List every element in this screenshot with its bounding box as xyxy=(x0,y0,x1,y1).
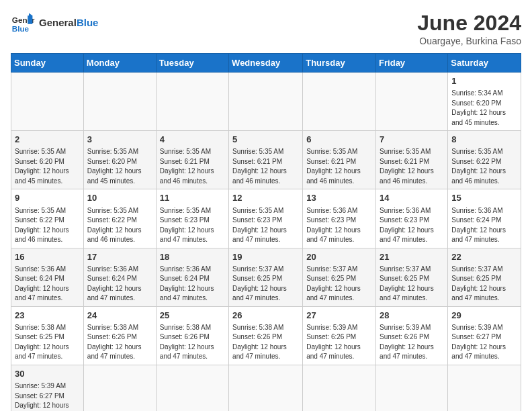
day-info: Sunrise: 5:37 AM Sunset: 6:25 PM Dayligh… xyxy=(232,265,299,304)
day-info: Sunrise: 5:35 AM Sunset: 6:23 PM Dayligh… xyxy=(160,206,225,245)
day-number: 26 xyxy=(232,310,299,322)
day-info: Sunrise: 5:36 AM Sunset: 6:24 PM Dayligh… xyxy=(451,206,517,245)
logo-icon: General Blue xyxy=(11,11,35,35)
calendar-cell: 29Sunrise: 5:39 AM Sunset: 6:27 PM Dayli… xyxy=(448,306,521,365)
calendar-cell: 23Sunrise: 5:38 AM Sunset: 6:25 PM Dayli… xyxy=(11,306,84,365)
day-number: 7 xyxy=(380,134,444,146)
col-header-wednesday: Wednesday xyxy=(229,54,303,73)
day-number: 10 xyxy=(87,192,152,204)
day-info: Sunrise: 5:35 AM Sunset: 6:21 PM Dayligh… xyxy=(306,147,372,186)
day-info: Sunrise: 5:39 AM Sunset: 6:27 PM Dayligh… xyxy=(15,381,80,411)
calendar-cell xyxy=(303,73,376,131)
calendar-cell: 27Sunrise: 5:39 AM Sunset: 6:26 PM Dayli… xyxy=(303,306,376,365)
calendar-cell: 9Sunrise: 5:35 AM Sunset: 6:22 PM Daylig… xyxy=(11,189,84,248)
day-info: Sunrise: 5:38 AM Sunset: 6:26 PM Dayligh… xyxy=(160,323,225,362)
calendar-cell: 11Sunrise: 5:35 AM Sunset: 6:23 PM Dayli… xyxy=(156,189,228,248)
calendar-cell xyxy=(229,73,303,131)
day-number: 20 xyxy=(306,251,372,263)
calendar-week-row: 2Sunrise: 5:35 AM Sunset: 6:20 PM Daylig… xyxy=(11,131,521,189)
month-title: June 2024 xyxy=(417,11,521,36)
calendar-cell: 24Sunrise: 5:38 AM Sunset: 6:26 PM Dayli… xyxy=(83,306,156,365)
calendar-cell: 19Sunrise: 5:37 AM Sunset: 6:25 PM Dayli… xyxy=(229,248,303,306)
calendar-week-row: 23Sunrise: 5:38 AM Sunset: 6:25 PM Dayli… xyxy=(11,306,521,365)
location-subtitle: Ouargaye, Burkina Faso xyxy=(417,36,521,46)
day-info: Sunrise: 5:35 AM Sunset: 6:23 PM Dayligh… xyxy=(232,206,299,245)
calendar-cell: 10Sunrise: 5:35 AM Sunset: 6:22 PM Dayli… xyxy=(83,189,156,248)
day-info: Sunrise: 5:35 AM Sunset: 6:21 PM Dayligh… xyxy=(160,147,225,186)
day-number: 9 xyxy=(15,192,80,204)
day-info: Sunrise: 5:35 AM Sunset: 6:20 PM Dayligh… xyxy=(87,147,152,186)
day-info: Sunrise: 5:37 AM Sunset: 6:25 PM Dayligh… xyxy=(306,265,372,304)
calendar-cell: 1Sunrise: 5:34 AM Sunset: 6:20 PM Daylig… xyxy=(448,73,521,131)
day-number: 27 xyxy=(306,310,372,322)
day-number: 18 xyxy=(160,251,225,263)
day-number: 19 xyxy=(232,251,299,263)
title-area: June 2024 Ouargaye, Burkina Faso xyxy=(417,11,521,46)
calendar-cell xyxy=(448,365,521,411)
calendar-cell xyxy=(83,365,156,411)
day-number: 3 xyxy=(87,134,152,146)
day-info: Sunrise: 5:36 AM Sunset: 6:24 PM Dayligh… xyxy=(160,265,225,304)
day-number: 22 xyxy=(451,251,517,263)
calendar-cell xyxy=(156,365,228,411)
day-info: Sunrise: 5:39 AM Sunset: 6:26 PM Dayligh… xyxy=(380,323,444,362)
logo: General Blue GeneralBlue xyxy=(11,11,98,35)
day-info: Sunrise: 5:38 AM Sunset: 6:26 PM Dayligh… xyxy=(87,323,152,362)
day-info: Sunrise: 5:36 AM Sunset: 6:24 PM Dayligh… xyxy=(87,265,152,304)
calendar-cell: 12Sunrise: 5:35 AM Sunset: 6:23 PM Dayli… xyxy=(229,189,303,248)
header: General Blue GeneralBlue June 2024 Ouarg… xyxy=(11,11,521,46)
day-info: Sunrise: 5:36 AM Sunset: 6:24 PM Dayligh… xyxy=(15,265,80,304)
calendar-cell: 5Sunrise: 5:35 AM Sunset: 6:21 PM Daylig… xyxy=(229,131,303,189)
day-number: 28 xyxy=(380,310,444,322)
day-info: Sunrise: 5:35 AM Sunset: 6:21 PM Dayligh… xyxy=(232,147,299,186)
calendar-cell: 7Sunrise: 5:35 AM Sunset: 6:21 PM Daylig… xyxy=(376,131,448,189)
day-info: Sunrise: 5:38 AM Sunset: 6:25 PM Dayligh… xyxy=(15,323,80,362)
calendar-cell: 3Sunrise: 5:35 AM Sunset: 6:20 PM Daylig… xyxy=(83,131,156,189)
day-info: Sunrise: 5:35 AM Sunset: 6:22 PM Dayligh… xyxy=(87,206,152,245)
day-number: 12 xyxy=(232,192,299,204)
calendar-cell: 20Sunrise: 5:37 AM Sunset: 6:25 PM Dayli… xyxy=(303,248,376,306)
day-number: 13 xyxy=(306,192,372,204)
day-info: Sunrise: 5:38 AM Sunset: 6:26 PM Dayligh… xyxy=(232,323,299,362)
calendar-week-row: 30Sunrise: 5:39 AM Sunset: 6:27 PM Dayli… xyxy=(11,365,521,411)
day-info: Sunrise: 5:37 AM Sunset: 6:25 PM Dayligh… xyxy=(451,265,517,304)
day-info: Sunrise: 5:35 AM Sunset: 6:22 PM Dayligh… xyxy=(15,206,80,245)
day-number: 8 xyxy=(451,134,517,146)
day-number: 6 xyxy=(306,134,372,146)
day-number: 16 xyxy=(15,251,80,263)
calendar-cell: 30Sunrise: 5:39 AM Sunset: 6:27 PM Dayli… xyxy=(11,365,84,411)
logo-general: GeneralBlue xyxy=(39,17,98,29)
calendar-cell: 22Sunrise: 5:37 AM Sunset: 6:25 PM Dayli… xyxy=(448,248,521,306)
calendar-cell: 13Sunrise: 5:36 AM Sunset: 6:23 PM Dayli… xyxy=(303,189,376,248)
day-number: 17 xyxy=(87,251,152,263)
day-info: Sunrise: 5:36 AM Sunset: 6:23 PM Dayligh… xyxy=(380,206,444,245)
day-number: 5 xyxy=(232,134,299,146)
day-info: Sunrise: 5:37 AM Sunset: 6:25 PM Dayligh… xyxy=(380,265,444,304)
day-number: 24 xyxy=(87,310,152,322)
calendar-cell: 14Sunrise: 5:36 AM Sunset: 6:23 PM Dayli… xyxy=(376,189,448,248)
calendar-cell xyxy=(376,73,448,131)
day-number: 11 xyxy=(160,192,225,204)
calendar-cell: 8Sunrise: 5:35 AM Sunset: 6:22 PM Daylig… xyxy=(448,131,521,189)
day-info: Sunrise: 5:35 AM Sunset: 6:21 PM Dayligh… xyxy=(380,147,444,186)
day-number: 4 xyxy=(160,134,225,146)
calendar-cell: 26Sunrise: 5:38 AM Sunset: 6:26 PM Dayli… xyxy=(229,306,303,365)
calendar-cell: 28Sunrise: 5:39 AM Sunset: 6:26 PM Dayli… xyxy=(376,306,448,365)
calendar-week-row: 1Sunrise: 5:34 AM Sunset: 6:20 PM Daylig… xyxy=(11,73,521,131)
calendar-cell: 2Sunrise: 5:35 AM Sunset: 6:20 PM Daylig… xyxy=(11,131,84,189)
day-info: Sunrise: 5:35 AM Sunset: 6:22 PM Dayligh… xyxy=(451,147,517,186)
calendar-cell xyxy=(11,73,84,131)
calendar-cell: 21Sunrise: 5:37 AM Sunset: 6:25 PM Dayli… xyxy=(376,248,448,306)
col-header-thursday: Thursday xyxy=(303,54,376,73)
calendar-table: SundayMondayTuesdayWednesdayThursdayFrid… xyxy=(11,53,521,411)
day-number: 14 xyxy=(380,192,444,204)
day-number: 25 xyxy=(160,310,225,322)
calendar-week-row: 9Sunrise: 5:35 AM Sunset: 6:22 PM Daylig… xyxy=(11,189,521,248)
day-number: 29 xyxy=(451,310,517,322)
day-info: Sunrise: 5:35 AM Sunset: 6:20 PM Dayligh… xyxy=(15,147,80,186)
col-header-sunday: Sunday xyxy=(11,54,84,73)
calendar-cell: 6Sunrise: 5:35 AM Sunset: 6:21 PM Daylig… xyxy=(303,131,376,189)
day-number: 21 xyxy=(380,251,444,263)
calendar-cell: 25Sunrise: 5:38 AM Sunset: 6:26 PM Dayli… xyxy=(156,306,228,365)
calendar-cell xyxy=(229,365,303,411)
